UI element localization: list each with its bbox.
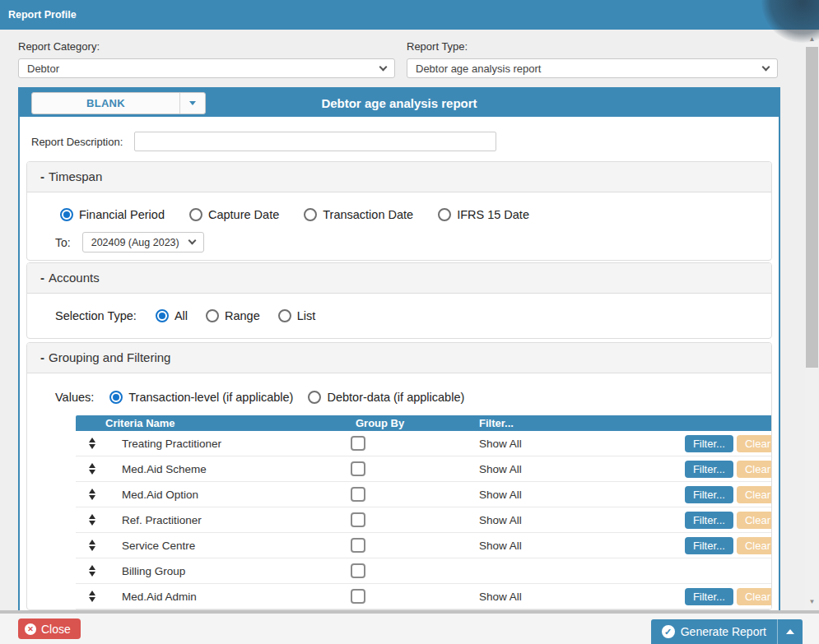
generate-report-button[interactable]: ✓ Generate Report — [651, 619, 803, 644]
row-actions: Filter... Clear — [685, 537, 772, 554]
criteria-name: Service Centre — [122, 540, 195, 552]
clear-button[interactable]: Clear — [737, 435, 772, 452]
criteria-name: Med.Aid Admin — [122, 591, 197, 603]
accounts-section-body: Selection Type: All Range List — [27, 294, 771, 338]
group-by-checkbox[interactable] — [351, 487, 365, 502]
radio-icon — [189, 208, 202, 221]
grouping-section-header[interactable]: -Grouping and Filtering — [27, 343, 771, 373]
group-by-checkbox[interactable] — [351, 563, 365, 578]
report-description-label: Report Description: — [31, 136, 123, 148]
grouping-section: -Grouping and Filtering Values: Transact… — [26, 342, 772, 610]
chevron-down-icon — [379, 63, 388, 71]
to-period-select[interactable]: 202409 (Aug 2023) — [82, 232, 204, 253]
caret-up-icon — [786, 629, 794, 634]
group-by-checkbox[interactable] — [351, 436, 365, 451]
radio-icon — [156, 309, 169, 322]
dialog-title: Report Profile — [0, 0, 819, 21]
group-by-checkbox[interactable] — [351, 512, 365, 527]
scroll-down-icon[interactable]: ▼ — [805, 598, 819, 605]
accounts-section: -Accounts Selection Type: All Range List — [26, 262, 772, 339]
generate-report-caret[interactable] — [777, 619, 803, 644]
radio-option[interactable]: Financial Period — [60, 208, 165, 221]
values-radio-group: Transaction-level (if applicable) Debtor… — [109, 391, 479, 404]
radio-label: Transaction-level (if applicable) — [128, 391, 293, 404]
row-actions: Filter... Clear — [685, 486, 772, 503]
drag-handle-icon[interactable] — [80, 438, 105, 449]
caret-down-icon — [189, 101, 196, 105]
criteria-table-body: Treating Practitioner Show All Filter...… — [76, 431, 772, 609]
grouping-section-title: Grouping and Filtering — [49, 350, 170, 364]
filter-status: Show All — [479, 489, 522, 501]
radio-option[interactable]: Debtor-data (if applicable) — [308, 391, 464, 404]
radio-icon — [438, 208, 451, 221]
close-icon: ✕ — [25, 623, 36, 635]
report-type-value: Debtor age analysis report — [416, 63, 541, 75]
accounts-section-header[interactable]: -Accounts — [27, 263, 771, 294]
collapse-icon: - — [40, 169, 44, 183]
report-type-select[interactable]: Debtor age analysis report — [407, 58, 778, 78]
radio-option[interactable]: Range — [206, 309, 260, 322]
drag-handle-icon[interactable] — [80, 591, 105, 602]
group-by-checkbox[interactable] — [351, 538, 365, 553]
filter-status: Show All — [479, 591, 522, 603]
filter-status: Show All — [479, 438, 522, 450]
radio-icon — [206, 309, 219, 322]
filter-button[interactable]: Filter... — [685, 537, 733, 554]
radio-option[interactable]: All — [156, 309, 188, 322]
criteria-name: Billing Group — [122, 565, 185, 577]
filter-button[interactable]: Filter... — [685, 588, 733, 605]
radio-option[interactable]: IFRS 15 Date — [438, 208, 529, 221]
collapse-icon: - — [40, 271, 44, 285]
group-by-checkbox[interactable] — [351, 461, 365, 476]
column-filter: Filter... — [479, 417, 772, 429]
chevron-down-icon — [188, 237, 196, 245]
radio-option[interactable]: List — [278, 309, 316, 322]
column-criteria-name: Criteria Name — [76, 417, 351, 429]
radio-option[interactable]: Capture Date — [189, 208, 279, 221]
criteria-name: Treating Practitioner — [122, 438, 221, 450]
drag-handle-icon[interactable] — [80, 514, 105, 526]
radio-label: List — [297, 309, 316, 322]
filter-button[interactable]: Filter... — [685, 512, 733, 529]
vertical-scrollbar[interactable]: ▲ ▼ — [805, 30, 819, 610]
clear-button[interactable]: Clear — [737, 537, 772, 554]
criteria-name: Med.Aid Option — [122, 489, 198, 501]
template-dropdown-button[interactable]: BLANK — [31, 92, 206, 114]
row-actions: Filter... Clear — [685, 435, 772, 452]
row-actions: Filter... Clear — [685, 461, 772, 478]
template-dropdown-caret[interactable] — [179, 93, 205, 114]
drag-handle-icon[interactable] — [80, 463, 105, 475]
report-panel: BLANK Debtor age analysis report Report … — [18, 87, 780, 610]
close-button[interactable]: ✕ Close — [18, 619, 81, 639]
filter-button[interactable]: Filter... — [685, 461, 733, 478]
report-category-select[interactable]: Debtor — [18, 58, 395, 78]
generate-report-label: Generate Report — [681, 625, 766, 638]
report-category-label: Report Category: — [18, 40, 395, 53]
clear-button[interactable]: Clear — [737, 588, 772, 605]
report-description-input[interactable] — [134, 132, 496, 151]
report-panel-body: Report Description: -Timespan Financial … — [20, 117, 779, 610]
radio-label: Range — [225, 309, 260, 322]
criteria-row: Treating Practitioner Show All Filter...… — [76, 431, 772, 456]
clear-button[interactable]: Clear — [737, 512, 772, 529]
row-actions: Filter... Clear — [685, 512, 772, 529]
radio-option[interactable]: Transaction-level (if applicable) — [109, 391, 293, 404]
drag-handle-icon[interactable] — [80, 565, 105, 577]
criteria-row: Med.Aid Admin Show All Filter... Clear — [76, 584, 772, 609]
clear-button[interactable]: Clear — [737, 486, 772, 503]
report-type-label: Report Type: — [407, 40, 778, 53]
filter-button[interactable]: Filter... — [685, 486, 733, 503]
radio-option[interactable]: Transaction Date — [304, 208, 413, 221]
radio-icon — [308, 391, 321, 404]
report-category-value: Debtor — [27, 63, 59, 75]
clear-button[interactable]: Clear — [737, 461, 772, 478]
selection-type-radio-group: All Range List — [156, 309, 333, 322]
group-by-checkbox[interactable] — [351, 589, 365, 604]
drag-handle-icon[interactable] — [80, 489, 105, 500]
drag-handle-icon[interactable] — [80, 540, 105, 551]
footer-bar: ✕ Close ✓ Generate Report — [0, 614, 819, 644]
filter-button[interactable]: Filter... — [685, 435, 733, 452]
timespan-section-header[interactable]: -Timespan — [27, 162, 771, 192]
timespan-section-body: Financial Period Capture Date Transactio… — [27, 192, 771, 260]
scrollbar-thumb[interactable] — [806, 47, 818, 368]
